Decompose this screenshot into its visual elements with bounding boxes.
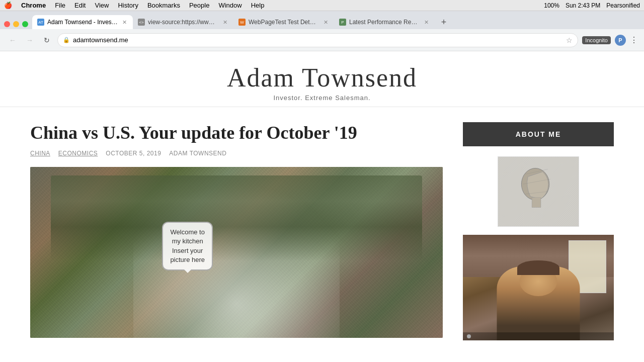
- username: Pearsonified: [606, 2, 640, 9]
- menu-file[interactable]: File: [55, 2, 65, 9]
- tab-2-label: view-source:https://www.ada...: [148, 19, 218, 26]
- apple-logo[interactable]: 🍎: [4, 2, 12, 9]
- video-dot-icon: [467, 334, 471, 338]
- mac-menus: 🍎 Chrome File Edit View History Bookmark…: [4, 2, 264, 9]
- tab-3-favicon: W: [238, 19, 246, 26]
- reload-button[interactable]: ↻: [40, 34, 53, 47]
- tab-1-label: Adam Townsend - Investor. E...: [47, 19, 118, 26]
- post-date: OCTOBER 5, 2019: [106, 150, 161, 157]
- bookmark-star-icon[interactable]: ☆: [566, 36, 573, 44]
- tab-4-favicon: P: [339, 19, 346, 26]
- post-author: ADAM TOWNSEND: [169, 150, 226, 157]
- tab-1-favicon: AT: [37, 19, 44, 26]
- battery-label: 100%: [544, 2, 559, 9]
- tab-2-favicon: <>: [138, 19, 145, 26]
- tab-4[interactable]: P Latest Performance Report fo... ✕: [334, 15, 435, 29]
- clock: Sun 2:43 PM: [566, 2, 600, 9]
- menu-people[interactable]: People: [189, 2, 209, 9]
- menu-dots-icon[interactable]: ⋮: [630, 35, 638, 45]
- speech-line-4: picture here: [170, 255, 205, 264]
- mac-status-icons: 100% Sun 2:43 PM Pearsonified: [544, 2, 640, 9]
- tab-4-label: Latest Performance Report fo...: [349, 19, 420, 26]
- site-header: Adam Townsend Investor. Extreme Salesman…: [0, 51, 644, 107]
- address-bar-right: Incognito P ⋮: [582, 35, 638, 46]
- lock-icon: 🔒: [63, 37, 70, 43]
- post-image-background: Welcome to my kitchen Insert your pictur…: [30, 167, 443, 338]
- site-title: Adam Townsend: [0, 63, 644, 92]
- menu-edit[interactable]: Edit: [74, 2, 86, 9]
- video-person-image: [463, 235, 614, 340]
- video-overlay: [463, 332, 614, 340]
- profile-avatar[interactable]: P: [615, 35, 626, 46]
- new-tab-button[interactable]: +: [437, 15, 451, 29]
- minimize-button[interactable]: [13, 21, 19, 27]
- sidebar-video[interactable]: [463, 235, 614, 340]
- tag-china[interactable]: CHINA: [30, 150, 50, 157]
- speech-line-1: Welcome to: [170, 228, 205, 237]
- sidebar: ABOUT ME: [463, 122, 614, 340]
- maximize-button[interactable]: [22, 21, 28, 27]
- site-main: China vs U.S. Your update for October '1…: [0, 107, 644, 350]
- url-text: adamtownsend.me: [73, 36, 563, 44]
- address-bar: ← → ↻ 🔒 adamtownsend.me ☆ Incognito P ⋮: [0, 29, 644, 51]
- svg-rect-3: [532, 198, 541, 208]
- speech-line-2: my kitchen: [170, 237, 205, 246]
- menu-help[interactable]: Help: [251, 2, 265, 9]
- post-image: Welcome to my kitchen Insert your pictur…: [30, 167, 443, 338]
- tab-3[interactable]: W WebPageTest Test Details - D... ✕: [233, 15, 334, 29]
- post-meta: CHINA ECONOMICS OCTOBER 5, 2019 ADAM TOW…: [30, 150, 443, 157]
- tab-1[interactable]: AT Adam Townsend - Investor. E... ✕: [32, 15, 133, 29]
- menu-chrome[interactable]: Chrome: [21, 2, 46, 9]
- about-me-button[interactable]: ABOUT ME: [463, 122, 614, 146]
- menu-bookmarks[interactable]: Bookmarks: [147, 2, 180, 9]
- site-tagline: Investor. Extreme Salesman.: [0, 94, 644, 102]
- tab-bar: AT Adam Townsend - Investor. E... ✕ <> v…: [0, 11, 644, 29]
- portrait-sketch-image: [498, 157, 579, 226]
- post-title: China vs U.S. Your update for October '1…: [30, 122, 443, 144]
- tab-4-close[interactable]: ✕: [423, 19, 430, 26]
- tab-3-close[interactable]: ✕: [322, 19, 329, 26]
- menu-window[interactable]: Window: [218, 2, 242, 9]
- sidebar-portrait: [498, 156, 579, 227]
- speech-line-3: Insert your: [170, 246, 205, 255]
- url-bar[interactable]: 🔒 adamtownsend.me ☆: [57, 33, 578, 47]
- incognito-badge: Incognito: [582, 36, 611, 44]
- forward-button[interactable]: →: [23, 34, 36, 47]
- tab-2-close[interactable]: ✕: [221, 19, 228, 26]
- speech-bubble: Welcome to my kitchen Insert your pictur…: [162, 222, 213, 270]
- content-area: China vs U.S. Your update for October '1…: [30, 122, 463, 340]
- tab-3-label: WebPageTest Test Details - D...: [249, 19, 319, 26]
- tab-2[interactable]: <> view-source:https://www.ada... ✕: [133, 15, 233, 29]
- close-button[interactable]: [4, 21, 10, 27]
- tab-1-close[interactable]: ✕: [121, 19, 128, 26]
- mac-menubar: 🍎 Chrome File Edit View History Bookmark…: [0, 0, 644, 11]
- tag-economics[interactable]: ECONOMICS: [58, 150, 98, 157]
- menu-view[interactable]: View: [95, 2, 109, 9]
- menu-history[interactable]: History: [118, 2, 138, 9]
- back-button[interactable]: ←: [6, 34, 19, 47]
- site-content: Adam Townsend Investor. Extreme Salesman…: [0, 51, 644, 362]
